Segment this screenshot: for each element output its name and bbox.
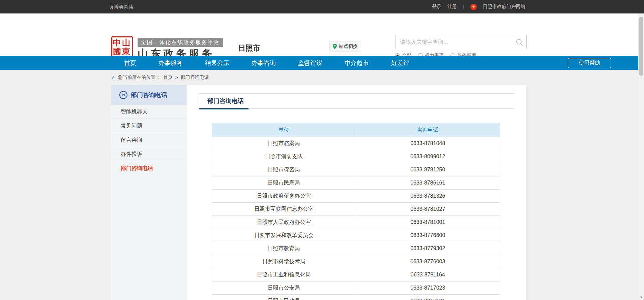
site-header: 中國 山東 全国一体化在线政务服务平台 山东政务服务 日照市 站点切换 全部权力… (0, 13, 644, 56)
unit-cell: 日照市档案局 (212, 137, 356, 150)
login-link[interactable]: 登录 (432, 4, 441, 10)
nav-item[interactable]: 首页 (124, 59, 136, 67)
help-button[interactable]: 使用帮助 (568, 58, 611, 68)
sidebar-item[interactable]: 常见问题 (111, 119, 187, 133)
sidebar-header: ⧉ 部门咨询电话 (111, 85, 187, 105)
breadcrumb-prefix: 您当前所在的位置： (118, 74, 160, 80)
content-panel-tabs: 部门咨询电话 (199, 93, 514, 109)
seal-text-2: 山東 (122, 38, 131, 56)
nav-item[interactable]: 结果公示 (205, 59, 229, 67)
site-switch-label: 站点切换 (339, 43, 358, 49)
phone-cell: 0633-8781027 (356, 203, 500, 215)
sidebar: ⧉ 部门咨询电话 智能机器人常见问题留言咨询办件投诉部门咨询电话 (111, 85, 187, 300)
unit-cell: 日照市工业和信息化局 (212, 268, 356, 281)
unit-cell: 日照市民政局 (212, 295, 356, 300)
national-emblem-icon: ★ (470, 4, 477, 10)
table-row: 日照市档案局0633-8781048 (212, 137, 500, 150)
location-pin-icon (333, 44, 337, 49)
sidebar-item[interactable]: 办件投诉 (111, 147, 187, 161)
scrollbar-down-arrow[interactable]: ▼ (638, 294, 644, 300)
top-utility-bar: 无障碍阅读 登录 注册 | ★ 日照市政府门户网站 (0, 0, 644, 13)
register-link[interactable]: 注册 (447, 4, 457, 10)
phone-cell: 0633-8099012 (356, 150, 500, 163)
topbar-divider: | (463, 4, 464, 9)
phone-cell: 0633-8776003 (356, 255, 500, 268)
table-row: 日照市公安局0633-8717023 (212, 281, 500, 294)
table-body: 日照市档案局0633-8781048日照市消防支队0633-8099012日照市… (212, 137, 500, 300)
phone-cell: 0633-8776600 (356, 229, 500, 242)
active-tab-underline (199, 108, 248, 109)
page: 无障碍阅读 登录 注册 | ★ 日照市政府门户网站 中國 山東 全国一体化在线政… (0, 0, 644, 300)
phone-cell: 0633-8816101 (356, 295, 500, 300)
city-name: 日照市 (238, 43, 260, 53)
unit-cell: 日照市科学技术局 (212, 255, 356, 268)
table-row: 日照市保密局0633-8781250 (212, 163, 500, 176)
table-row: 日照市科学技术局0633-8776003 (212, 255, 500, 268)
breadcrumb-home-link[interactable]: 首页 (163, 74, 173, 80)
seal-text-1: 中國 (113, 38, 122, 56)
site-switch-button[interactable]: 站点切换 (329, 41, 361, 52)
unit-cell: 日照市教育局 (212, 242, 356, 255)
unit-cell: 日照市保密局 (212, 163, 356, 176)
unit-cell: 日照市公安局 (212, 281, 356, 294)
phone-cell: 0633-8781001 (356, 216, 500, 229)
sidebar-item[interactable]: 智能机器人 (111, 105, 187, 119)
table-header-row: 单位 咨询电话 (212, 123, 500, 137)
table-header-unit: 单位 (212, 123, 356, 137)
phone-cell: 0633-8781250 (356, 163, 500, 176)
shandong-seal-logo: 中國 山東 (111, 36, 133, 58)
nav-item[interactable]: 中介超市 (345, 59, 369, 67)
sidebar-item[interactable]: 留言咨询 (111, 133, 187, 147)
search-icon[interactable] (516, 38, 524, 46)
phone-cell: 0633-8717023 (356, 281, 500, 294)
home-icon: ⌂ (112, 75, 115, 80)
table-row: 日照市互联网信息办公室0633-8781027 (212, 202, 500, 215)
accessibility-link[interactable]: 无障碍阅读 (110, 0, 133, 13)
sidebar-items: 智能机器人常见问题留言咨询办件投诉部门咨询电话 (111, 105, 187, 175)
nav-item[interactable]: 办事咨询 (252, 59, 276, 67)
breadcrumb-current: 部门咨询电话 (181, 74, 209, 80)
main-navbar: 首页办事服务结果公示办事咨询监督评议中介超市好差评 使用帮助 (0, 56, 638, 70)
scrollbar-thumb[interactable] (639, 17, 643, 76)
table-row: 日照市发展和改革委员会0633-8776600 (212, 229, 500, 242)
phone-cell: 0633-8781048 (356, 137, 500, 150)
platform-badge: 全国一体化在线政务服务平台 (138, 38, 223, 47)
breadcrumb: ⌂ 您当前所在的位置： 首页 > 部门咨询电话 (112, 70, 209, 85)
table-header-phone: 咨询电话 (356, 123, 500, 137)
table-row: 日照市政府侨务办公室0633-8781326 (212, 189, 500, 202)
table-row: 日照市民政局0633-8816101 (212, 294, 500, 300)
nav-item[interactable]: 办事服务 (158, 59, 183, 67)
table-row: 日照市教育局0633-8779302 (212, 242, 500, 255)
table-row: 日照市民宗局0633-8786161 (212, 176, 500, 189)
phone-table: 单位 咨询电话 日照市档案局0633-8781048日照市消防支队0633-80… (212, 123, 500, 300)
nav-items: 首页办事服务结果公示办事咨询监督评议中介超市好差评 (124, 56, 409, 70)
nav-item[interactable]: 好差评 (391, 59, 409, 67)
search-box (395, 35, 527, 49)
sidebar-title: 部门咨询电话 (131, 91, 167, 99)
unit-cell: 日照市互联网信息办公室 (212, 203, 356, 215)
nav-item[interactable]: 监督评议 (298, 59, 322, 67)
unit-cell: 日照市发展和改革委员会 (212, 229, 356, 242)
phone-cell: 0633-8781164 (356, 268, 500, 281)
unit-cell: 日照市消防支队 (212, 150, 356, 163)
phone-cell: 0633-8786161 (356, 176, 500, 189)
table-row: 日照市人民政府办公室0633-8781001 (212, 215, 500, 229)
unit-cell: 日照市民宗局 (212, 176, 356, 189)
sidebar-item[interactable]: 部门咨询电话 (111, 161, 187, 175)
unit-cell: 日照市人民政府办公室 (212, 216, 356, 229)
phone-cell: 0633-8781326 (356, 190, 500, 202)
table-row: 日照市消防支队0633-8099012 (212, 150, 500, 163)
breadcrumb-separator: > (175, 75, 178, 80)
panel-icon: ⧉ (119, 91, 127, 99)
portal-site-link[interactable]: 日照市政府门户网站 (483, 4, 525, 10)
phone-cell: 0633-8779302 (356, 242, 500, 255)
unit-cell: 日照市政府侨务办公室 (212, 190, 356, 202)
tab-department-phones[interactable]: 部门咨询电话 (207, 94, 244, 108)
page-scrollbar[interactable]: ▼ (638, 13, 644, 300)
table-row: 日照市工业和信息化局0633-8781164 (212, 268, 500, 281)
search-input[interactable] (396, 35, 514, 49)
